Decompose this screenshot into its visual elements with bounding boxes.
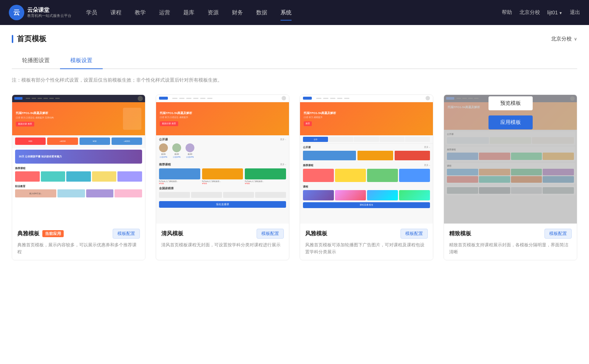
t3-nav-links (316, 98, 349, 99)
t2-teacher-avatar (159, 143, 168, 152)
t4-public-sec: 公开课 (445, 131, 575, 145)
template-3-config-btn[interactable]: 模板配置 (401, 229, 428, 239)
t3-course-card (367, 190, 398, 200)
t4-extra-item (479, 187, 510, 194)
nav-user[interactable]: lijt01 (547, 10, 562, 15)
t1-voc-row: 嵌入式AI工业... (15, 189, 142, 197)
t2-teacher-name: 教师1 (161, 153, 166, 155)
t4-pub-card (532, 137, 574, 144)
t1-coupon: +¥200 (112, 138, 142, 145)
t3-tab (405, 137, 430, 142)
nav-item-questions[interactable]: 题库 (183, 8, 194, 18)
t1-voc: 职业教育 嵌入式AI工业... (12, 183, 145, 199)
t3-rec-more: 更多 › (424, 164, 430, 167)
t2-banner-title: 托福TPO1-54真题及解析 (160, 111, 192, 115)
t3-banner-content: 托福TPO1-54真题及解析 口语 听力 成绩提升 推荐 (304, 111, 336, 126)
template-4-preview-btn[interactable]: 预览模板 (489, 96, 533, 110)
t4-rec-card (447, 153, 478, 160)
template-2-desc: 清风首页模板课程无封面，可设置按学科分类对课程进行展示 (161, 242, 284, 249)
tabs-container: 轮播图设置 模板设置 (12, 53, 577, 69)
nav-logout[interactable]: 退出 (570, 9, 580, 16)
t2-banner-btn: 最新好课 推荐 (160, 121, 178, 126)
t4-course-item (479, 176, 510, 183)
nav-item-finance[interactable]: 财务 (232, 8, 243, 18)
nav-item-system[interactable]: 系统 (281, 8, 292, 18)
t3-course-card (335, 190, 366, 200)
t1-nav-links (26, 98, 60, 99)
t3-avatar (426, 96, 430, 100)
template-1-config-btn[interactable]: 模板配置 (113, 229, 140, 239)
t3-tabs: 全部 (300, 135, 433, 144)
t1-rec-card (66, 171, 91, 182)
t2-lec-card (223, 192, 254, 198)
template-2-config-btn[interactable]: 模板配置 (257, 229, 284, 239)
logo-icon: 云 (9, 5, 24, 20)
t1-banner-btn: 最新好课 推荐 (16, 122, 34, 126)
t1-coupon-text: ¥30 (29, 140, 32, 142)
t3-tab (354, 137, 379, 142)
tab-carousel[interactable]: 轮播图设置 (12, 53, 60, 69)
t2-teacher: 教师1 口语VPN (159, 143, 168, 158)
nav-item-teaching[interactable]: 教学 (135, 8, 146, 18)
t2-nav-link (186, 98, 191, 99)
t4-course-item (511, 176, 542, 183)
template-4-config-btn[interactable]: 模板配置 (544, 229, 572, 239)
nav-item-operations[interactable]: 运营 (159, 8, 170, 18)
nav-item-resources[interactable]: 资源 (208, 8, 219, 18)
template-card-elegant: 托福TPO1-54真题及解析 口语 听力 成绩提升 推荐 全部 (300, 94, 433, 260)
template-1-badge: 当前应用 (42, 230, 64, 237)
logo-sub-text: 教育机构一站式服务云平台 (27, 13, 71, 18)
t2-lecturers-section: 全国讲师库 (156, 186, 289, 200)
t4-rec-sec: 推荐课程 (445, 147, 575, 161)
t4-extra-item (447, 187, 478, 194)
page-header: 首页模板 北京分校 (12, 34, 577, 44)
nav-item-students[interactable]: 学员 (86, 8, 97, 18)
t3-link (323, 98, 328, 99)
template-card-fresh: 托福TPO1-54真题及解析 口语 听力 口语定位 成绩提升 最新好课 推荐 公… (156, 94, 289, 260)
t2-rec-row: PyTools入门课程推荐... ¥499 PyTools入门课程推荐... ¥… (159, 168, 286, 185)
t3-rec-title: 推荐课程 (303, 164, 313, 167)
template-3-name-text: 风雅模板 (305, 230, 327, 237)
t3-banner-title: 托福TPO1-54真题及解析 (304, 111, 336, 115)
t1-coupon-text: ¥30 (93, 140, 96, 142)
template-4-name-text: 精致模板 (449, 230, 471, 237)
nav-item-data[interactable]: 数据 (256, 8, 267, 18)
t1-recommend: 推荐课程 (12, 165, 145, 183)
t3-banner: 托福TPO1-54真题及解析 口语 听力 成绩提升 推荐 (300, 102, 433, 135)
t1-voc-text: 嵌入式AI工业... (29, 192, 42, 195)
t2-btn-text: 报名直播课 (216, 203, 229, 206)
t3-rec-card (399, 169, 430, 182)
t1-coupon: +¥200 (47, 138, 78, 145)
t4-extra-sec (445, 186, 575, 195)
note-text: 注：模板有部分个性化样式设置，设置后仅当前模板生效；非个性化样式设置后针对所有模… (12, 76, 577, 84)
template-4-apply-btn[interactable]: 应用模板 (489, 115, 533, 129)
t4-extra-item (511, 187, 542, 194)
nav-item-courses[interactable]: 课程 (110, 8, 121, 18)
nav-help[interactable]: 帮助 (502, 9, 512, 16)
template-2-name-row: 清风模板 模板配置 (161, 229, 284, 239)
nav-branch[interactable]: 北京分校 (519, 9, 540, 16)
t3-pub-title: 公开课 (303, 146, 311, 149)
template-2-name-text: 清风模板 (161, 230, 183, 237)
t1-user-avatar (138, 96, 143, 101)
t4-rec-title: 推荐课程 (447, 148, 574, 151)
t1-banner: 托福TPO1-54真题及解析 口语 听力 口语定位 成绩提升 完美结构 最新好课… (12, 102, 145, 135)
t3-courses-sec: 课程 (300, 185, 433, 202)
t1-coupon-row: ¥30 +¥200 ¥30 +¥200 (15, 138, 142, 145)
t1-rec-card (15, 171, 40, 182)
template-3-name-row: 风雅模板 模板配置 (305, 229, 428, 239)
t2-lec-card (159, 192, 190, 198)
t3-pub-main (303, 151, 356, 160)
t4-extra-item (543, 187, 574, 194)
template-2-footer: 清风模板 模板配置 清风首页模板课程无封面，可设置按学科分类对课程进行展示 (156, 224, 289, 253)
t2-rec-img (245, 168, 286, 179)
tab-template[interactable]: 模板设置 (60, 53, 103, 69)
t2-teacher-course: 口语VPN (186, 156, 194, 158)
t3-banner-sub: 口语 听力 成绩提升 (304, 116, 336, 119)
template-1-preview: 托福TPO1-54真题及解析 口语 听力 口语定位 成绩提升 完美结构 最新好课… (12, 95, 145, 224)
t2-rec-img (159, 168, 200, 179)
t1-coupons: ¥30 +¥200 ¥30 +¥200 (12, 135, 145, 148)
branch-selector[interactable]: 北京分校 (551, 36, 577, 42)
t3-banner-btn: 推荐 (304, 121, 312, 126)
t2-rec-more: 更多 › (280, 163, 286, 166)
